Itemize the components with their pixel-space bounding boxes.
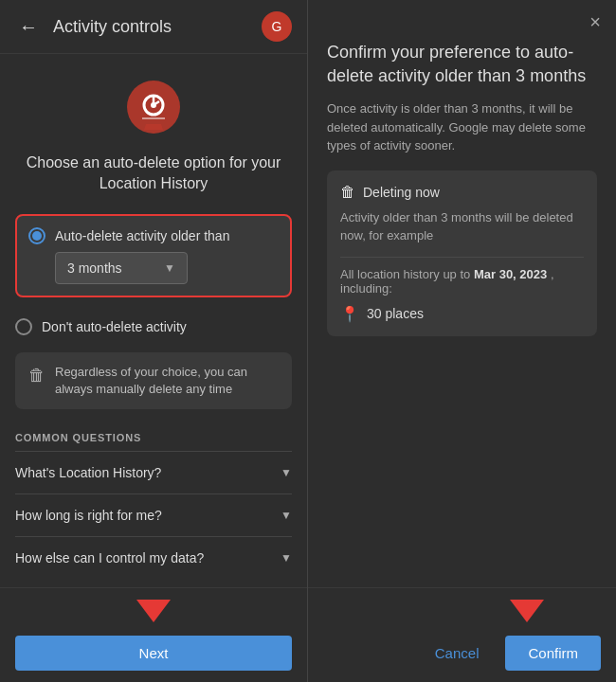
left-header: ← Activity controls G — [0, 0, 307, 54]
info-text: Regardless of your choice, you can alway… — [55, 364, 279, 398]
right-header: × — [308, 0, 616, 33]
info-box: 🗑 Regardless of your choice, you can alw… — [15, 352, 292, 409]
location-history-icon — [123, 77, 184, 137]
faq-label-2: How long is right for me? — [15, 508, 162, 523]
faq-label-3: How else can I control my data? — [15, 550, 204, 565]
delete-info-box: 🗑 Deleting now Activity older than 3 mon… — [327, 170, 597, 336]
deleting-now-label: Deleting now — [363, 185, 440, 200]
places-count: 30 places — [367, 306, 424, 321]
next-button[interactable]: Next — [15, 636, 292, 671]
confirm-description: Once activity is older than 3 months, it… — [327, 99, 597, 155]
faq-label-1: What's Location History? — [15, 465, 161, 480]
faq-item-1[interactable]: What's Location History? ▼ — [15, 451, 292, 494]
common-questions: COMMON QUESTIONS What's Location History… — [15, 424, 292, 579]
avatar[interactable]: G — [262, 11, 292, 42]
divider — [340, 257, 584, 258]
manual-delete-icon: 🗑 — [28, 366, 45, 386]
dont-auto-delete-option[interactable]: Don't auto-delete activity — [15, 309, 292, 345]
close-button[interactable]: × — [589, 11, 601, 33]
left-panel: ← Activity controls G Choose an auto-del… — [0, 0, 308, 682]
trash-icon: 🗑 — [340, 184, 355, 201]
history-date: Mar 30, 2023 — [474, 267, 547, 281]
location-history-text: All location history up to Mar 30, 2023 … — [340, 267, 584, 296]
auto-delete-option[interactable]: Auto-delete activity older than 3 months… — [15, 214, 292, 297]
history-prefix: All location history up to — [340, 267, 470, 281]
footer-buttons: Cancel Confirm — [323, 636, 601, 671]
faq-arrow-3: ▼ — [281, 551, 292, 565]
location-pin-icon: 📍 — [340, 305, 359, 323]
radio-row: Auto-delete activity older than — [28, 227, 279, 244]
radio-inner — [32, 231, 42, 241]
faq-arrow-1: ▼ — [281, 466, 292, 479]
auto-delete-label: Auto-delete activity older than — [55, 228, 229, 243]
places-row: 📍 30 places — [340, 305, 584, 323]
arrow-area-left — [136, 600, 171, 626]
months-dropdown[interactable]: 3 months ▼ — [55, 252, 188, 284]
back-button[interactable]: ← — [15, 12, 42, 42]
svg-marker-6 — [144, 124, 163, 130]
page-title: Activity controls — [53, 17, 250, 37]
common-questions-header: COMMON QUESTIONS — [15, 424, 292, 451]
faq-arrow-2: ▼ — [281, 509, 292, 522]
choose-title: Choose an auto-delete option for your Lo… — [15, 153, 292, 195]
right-content: Confirm your preference to auto-delete a… — [308, 33, 616, 587]
right-panel: × Confirm your preference to auto-delete… — [308, 0, 616, 682]
confirm-button[interactable]: Confirm — [505, 636, 601, 671]
down-arrow-icon — [136, 600, 171, 622]
dropdown-value: 3 months — [67, 260, 122, 276]
radio-button-unselected[interactable] — [15, 318, 32, 335]
down-arrow-confirm-icon — [510, 600, 544, 622]
left-content: Choose an auto-delete option for your Lo… — [0, 54, 307, 587]
arrow-area-right — [510, 600, 601, 626]
dropdown-arrow-icon: ▼ — [164, 261, 175, 275]
right-footer: Cancel Confirm — [308, 587, 616, 682]
left-footer: Next — [0, 587, 307, 682]
delete-header: 🗑 Deleting now — [340, 184, 584, 201]
delete-description: Activity older than 3 months will be del… — [340, 208, 584, 245]
faq-item-2[interactable]: How long is right for me? ▼ — [15, 494, 292, 536]
dont-auto-delete-label: Don't auto-delete activity — [42, 319, 187, 334]
faq-item-3[interactable]: How else can I control my data? ▼ — [15, 536, 292, 579]
icon-area — [15, 54, 292, 153]
radio-button-selected[interactable] — [28, 227, 45, 244]
confirm-title: Confirm your preference to auto-delete a… — [327, 41, 597, 88]
cancel-button[interactable]: Cancel — [420, 636, 495, 671]
